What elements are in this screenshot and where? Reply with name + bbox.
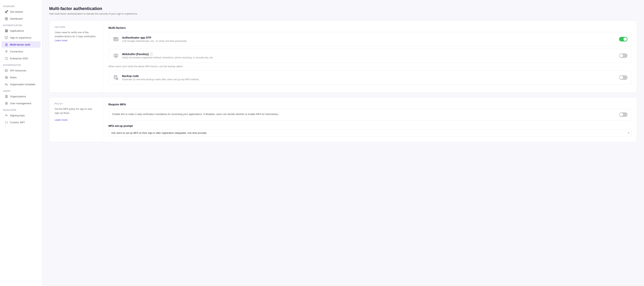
multi-factors-title: Multi-factors	[108, 26, 632, 29]
svg-point-15	[6, 45, 6, 45]
svg-rect-16	[6, 51, 7, 52]
webauthn-icon	[112, 52, 119, 59]
svg-rect-4	[5, 30, 6, 30]
sidebar-item-dashboard[interactable]: Dashboard	[2, 15, 40, 22]
factors-card: FACTORS Users need to verify one of the …	[49, 20, 637, 92]
svg-rect-9	[7, 30, 8, 31]
webauthn-desc: Verify via browser-supported method: bio…	[122, 56, 616, 59]
require-mfa-description: Enable this to make 2-step verification …	[112, 112, 616, 116]
require-mfa-slider	[619, 112, 628, 117]
person-lines-icon	[4, 82, 8, 86]
svg-rect-10	[5, 32, 6, 32]
sidebar-section-developer: Developer	[0, 107, 42, 112]
plug-icon	[4, 50, 8, 53]
grid-icon	[4, 17, 8, 20]
factor-row-webauthn: WebAuthn (Passkey) i Verify via browser-…	[108, 48, 632, 63]
main-content: Multi-factor authentication Add multi-fa…	[42, 0, 644, 286]
person-badge-icon	[4, 76, 8, 79]
sidebar-section-authorization: Authorization	[0, 62, 42, 67]
sidebar-section-overview: Overview	[0, 3, 42, 8]
sidebar-item-sign-in-experience[interactable]: Sign-in experience	[2, 34, 40, 41]
sidebar-item-api-resources[interactable]: API resources	[2, 67, 40, 74]
svg-point-20	[5, 83, 6, 84]
page-subtitle: Add multi-factor authentication to eleva…	[49, 12, 637, 15]
svg-point-26	[6, 102, 7, 103]
factors-card-left: FACTORS Users need to verify one of the …	[49, 21, 103, 92]
webauthn-info-icon[interactable]: i	[150, 52, 153, 56]
svg-rect-2	[5, 19, 6, 20]
backup-code-info: Backup code Generate 10 one-time backup …	[122, 74, 616, 81]
authenticator-otp-info: Authenticator app OTP Link Google Authen…	[122, 36, 616, 42]
svg-rect-11	[6, 32, 7, 32]
person-circle-icon	[4, 102, 8, 105]
factor-row-authenticator-otp: Authenticator app OTP Link Google Authen…	[108, 32, 632, 46]
factors-section-label: FACTORS	[55, 26, 98, 28]
mfa-prompt-select-wrapper: Ask users to set up MFA on their sign-in…	[108, 129, 632, 136]
shield-icon	[4, 56, 8, 60]
factors-card-right: Multi-factors Authenticator app OTP Li	[103, 21, 637, 92]
authenticator-otp-desc: Link Google Authenticator, etc., to veri…	[122, 40, 616, 42]
api-icon	[4, 69, 8, 72]
svg-rect-24	[6, 97, 7, 98]
svg-rect-6	[7, 30, 8, 30]
sidebar-item-custom-jwt[interactable]: Custom JWT	[2, 119, 40, 126]
svg-rect-29	[114, 38, 116, 39]
factors-learn-more-link[interactable]: Learn more	[55, 39, 67, 42]
factors-description: Users need to verify one of the enabled …	[55, 30, 98, 42]
backup-code-desc: Generate 10 one-time backup codes after …	[122, 78, 616, 81]
sidebar-item-applications[interactable]: Applications	[2, 28, 40, 34]
apps-icon	[4, 29, 8, 32]
svg-rect-12	[7, 32, 8, 32]
require-mfa-title: Require MFA	[108, 103, 632, 106]
policy-card: POLICY Set the MFA policy for sign-in an…	[49, 97, 637, 142]
sidebar-item-user-management[interactable]: User management	[2, 100, 40, 106]
authenticator-otp-slider	[619, 37, 628, 42]
page-title: Multi-factor authentication	[49, 6, 637, 11]
sidebar-item-multi-factor-auth[interactable]: Multi-factor auth	[2, 41, 40, 48]
sidebar-item-signing-keys[interactable]: Signing keys	[2, 112, 40, 118]
sidebar-item-organization-template[interactable]: Organization template	[2, 81, 40, 88]
mfa-prompt-label: MFA set-up prompt	[108, 124, 632, 128]
authenticator-otp-toggle[interactable]	[619, 37, 628, 42]
svg-rect-1	[6, 18, 8, 18]
authenticator-otp-name: Authenticator app OTP	[122, 36, 616, 39]
svg-rect-8	[6, 30, 7, 31]
webauthn-slider	[619, 53, 628, 58]
policy-section-label: POLICY	[55, 103, 98, 105]
svg-rect-22	[6, 96, 6, 97]
policy-learn-more-link[interactable]: Learn more	[55, 118, 67, 121]
require-mfa-box: Enable this to make 2-step verification …	[108, 109, 632, 120]
sidebar-item-get-started[interactable]: 🚀 Get started	[2, 8, 40, 15]
sidebar-section-authentication: Authentication	[0, 22, 42, 27]
backup-code-name: Backup code	[122, 74, 616, 78]
svg-rect-5	[6, 30, 7, 30]
sidebar-item-organizations[interactable]: Organizations	[2, 93, 40, 100]
rocket-icon: 🚀	[4, 10, 8, 14]
require-mfa-toggle[interactable]	[619, 112, 628, 117]
backup-code-toggle[interactable]	[619, 75, 628, 80]
building-icon	[4, 95, 8, 98]
lock-icon	[4, 43, 8, 46]
key-icon	[4, 114, 8, 117]
svg-rect-3	[6, 19, 8, 20]
svg-rect-7	[5, 30, 6, 31]
sidebar-item-connectors[interactable]: Connectors	[2, 48, 40, 55]
svg-rect-31	[114, 54, 118, 57]
policy-description: Set the MFA policy for sign-in and sign-…	[55, 107, 98, 115]
policy-card-left: POLICY Set the MFA policy for sign-in an…	[49, 97, 103, 142]
backup-code-icon	[112, 74, 119, 81]
webauthn-name: WebAuthn (Passkey) i	[122, 52, 616, 56]
sidebar-section-users: Users	[0, 88, 42, 93]
svg-point-30	[116, 38, 117, 39]
backup-divider-text: When users can't verify the above MFA fa…	[108, 65, 632, 68]
sidebar-item-enterprise-sso[interactable]: Enterprise SSO	[2, 55, 40, 62]
sidebar-item-roles[interactable]: Roles	[2, 74, 40, 80]
mfa-prompt-select[interactable]: Ask users to set up MFA on their sign-in…	[108, 129, 632, 136]
svg-rect-0	[5, 18, 6, 18]
policy-card-right: Require MFA Enable this to make 2-step v…	[103, 97, 637, 142]
authenticator-otp-icon	[112, 36, 119, 42]
webauthn-toggle[interactable]	[619, 53, 628, 58]
svg-rect-13	[5, 36, 8, 38]
backup-code-slider	[619, 75, 628, 80]
webauthn-info: WebAuthn (Passkey) i Verify via browser-…	[122, 52, 616, 59]
